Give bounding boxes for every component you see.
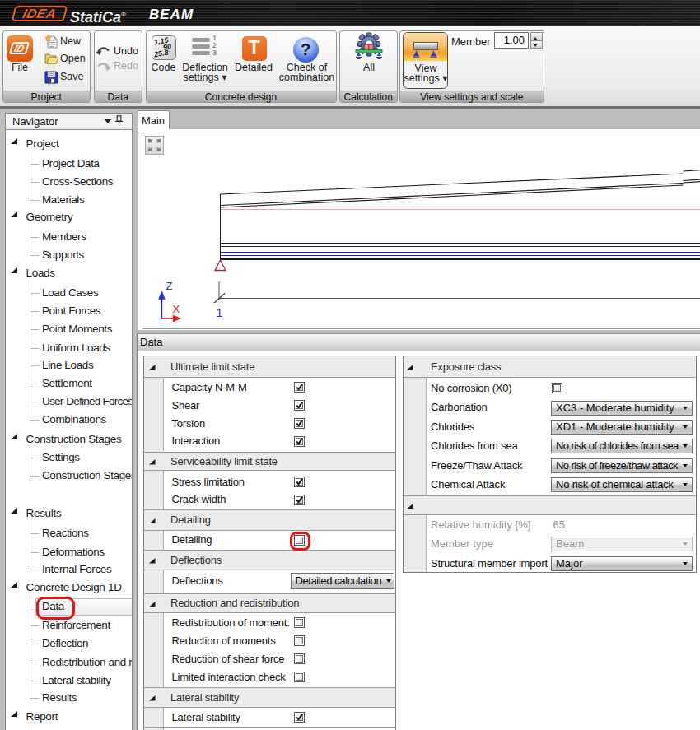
svg-text:X: X: [172, 303, 180, 315]
svg-text:1: 1: [216, 306, 222, 319]
svg-text:Z: Z: [166, 280, 172, 292]
